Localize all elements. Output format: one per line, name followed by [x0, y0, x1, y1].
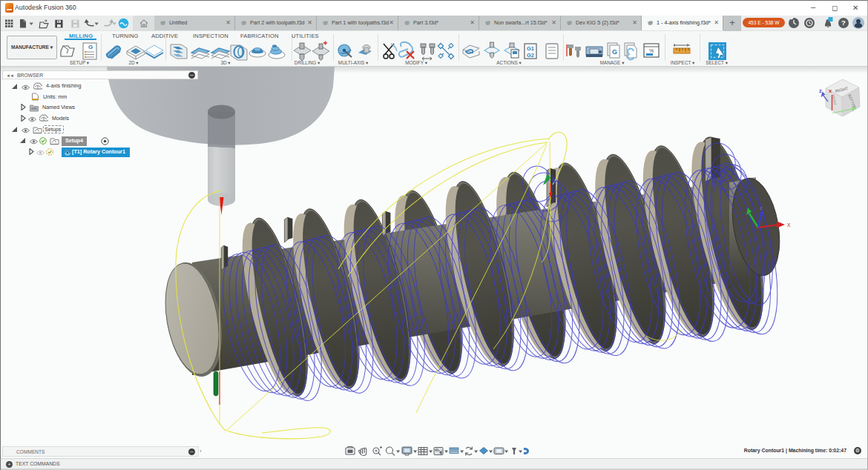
svg-text:?: ? [841, 19, 846, 27]
svg-text:%: % [649, 48, 654, 53]
svg-text:G2: G2 [527, 52, 534, 59]
svg-text:x: x [787, 221, 791, 228]
svg-text:G: G [88, 44, 93, 50]
svg-text:z: z [760, 205, 763, 211]
svg-text:G: G [612, 48, 617, 56]
svg-text:z: z [819, 87, 822, 94]
